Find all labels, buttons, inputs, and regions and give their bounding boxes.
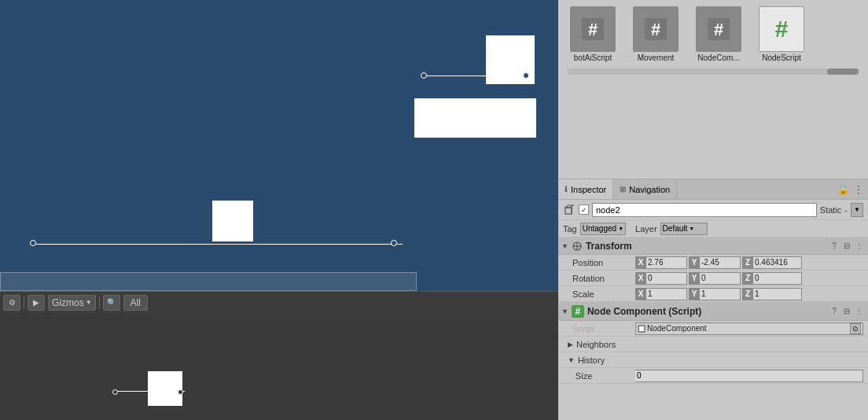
rotation-z-input[interactable] xyxy=(753,272,802,285)
scale-label: Scale xyxy=(572,289,635,299)
tab-bar: ℹ Inspector ⊞ Navigation 🔒 ⋮ xyxy=(558,179,868,200)
size-input[interactable] xyxy=(635,370,863,382)
history-label: History xyxy=(578,356,605,365)
scene-object-small xyxy=(212,201,253,241)
tab-menu-btn[interactable]: ⋮ xyxy=(852,183,865,196)
rot-x-letter: X xyxy=(635,272,646,285)
transform-menu-btn[interactable]: ⋮ xyxy=(854,241,865,252)
transform-help-btn[interactable]: ? xyxy=(829,241,840,252)
scene-view[interactable] xyxy=(0,0,558,291)
tab-inspector[interactable]: ℹ Inspector xyxy=(558,179,613,199)
neighbors-label: Neighbors xyxy=(576,340,616,349)
scale-y-field: Y xyxy=(689,288,741,300)
scene-line-top xyxy=(423,76,528,76)
nodescript-label: NodeScript xyxy=(762,53,800,62)
gizmos-label: Gizmos xyxy=(52,297,84,308)
asset-item-movement[interactable]: # Movement xyxy=(627,6,684,62)
script-value-field[interactable]: NodeComponent ⊙ xyxy=(635,322,863,335)
hash-symbol: # xyxy=(775,16,789,42)
component-settings-btn[interactable]: ⊟ xyxy=(841,306,852,317)
scene-toolbar: ⚙ ▶ Gizmos ▼ 🔍 All xyxy=(0,291,558,313)
static-dropdown-btn[interactable]: ▼ xyxy=(851,203,863,217)
script-icon xyxy=(638,325,645,333)
game-object-small xyxy=(148,371,182,406)
svg-rect-12 xyxy=(639,326,644,331)
size-label: Size xyxy=(576,371,635,381)
position-x-field: X xyxy=(635,256,687,269)
nodescript-icon: # xyxy=(759,6,804,52)
asset-scrollbar[interactable] xyxy=(568,68,859,75)
svg-text:#: # xyxy=(588,20,598,39)
tab-lock-btn[interactable]: 🔒 xyxy=(837,183,849,196)
neighbors-row[interactable]: ▶ Neighbors xyxy=(558,337,868,352)
tab-actions: 🔒 ⋮ xyxy=(837,183,868,196)
layer-select[interactable]: Default ▼ xyxy=(660,223,708,235)
layer-label: Layer xyxy=(635,224,657,234)
transform-actions: ? ⊟ ⋮ xyxy=(829,241,865,252)
game-dot-right xyxy=(178,389,183,395)
object-name-input[interactable] xyxy=(592,203,817,217)
rotation-label: Rotation xyxy=(572,274,635,283)
all-label: All xyxy=(131,297,141,308)
inspector-panel: ℹ Inspector ⊞ Navigation 🔒 ⋮ ✓ Static - xyxy=(558,179,868,420)
scene-dot-top-right xyxy=(523,72,529,79)
toolbar-search-icon[interactable]: 🔍 xyxy=(103,295,120,311)
nodecom-icon: # xyxy=(696,6,741,52)
toolbar-settings-btn[interactable]: ⚙ xyxy=(3,295,20,311)
object-row: ✓ Static - ▼ xyxy=(558,200,868,220)
scale-x-field: X xyxy=(635,288,687,300)
toolbar-all-btn[interactable]: All xyxy=(123,295,148,311)
component-title: Node Component (Script) xyxy=(587,306,826,317)
movement-label: Movement xyxy=(638,53,675,62)
asset-item-nodescript[interactable]: # NodeScript xyxy=(753,6,810,62)
game-scene-content xyxy=(0,313,558,420)
object-active-checkbox[interactable]: ✓ xyxy=(579,204,589,215)
position-z-input[interactable] xyxy=(753,256,802,269)
position-y-input[interactable] xyxy=(700,256,741,269)
script-pick-btn[interactable]: ⊙ xyxy=(850,323,861,334)
toolbar-gizmos-btn[interactable]: Gizmos ▼ xyxy=(48,295,96,311)
scale-x-input[interactable] xyxy=(646,288,687,300)
game-dot-left xyxy=(112,389,118,395)
toolbar-sep1 xyxy=(24,297,24,309)
game-view[interactable] xyxy=(0,313,558,420)
pos-y-letter: Y xyxy=(689,256,700,269)
tab-navigation[interactable]: ⊞ Navigation xyxy=(613,179,677,199)
component-section-header[interactable]: ▼ # Node Component (Script) ? ⊟ ⋮ xyxy=(558,302,868,321)
transform-settings-btn[interactable]: ⊟ xyxy=(841,241,852,252)
navigation-tab-label: Navigation xyxy=(629,185,670,194)
toolbar-camera-btn[interactable]: ▶ xyxy=(28,295,45,311)
scale-z-letter: Z xyxy=(742,288,753,300)
rotation-z-field: Z xyxy=(742,272,802,285)
scale-y-input[interactable] xyxy=(700,288,741,300)
transform-section-header[interactable]: ▼ Transform ? ⊟ ⋮ xyxy=(558,238,868,255)
botaiscript-label: botAiScript xyxy=(574,53,612,62)
component-actions: ? ⊟ ⋮ xyxy=(829,306,865,317)
asset-item-botaiscript[interactable]: # botAiScript xyxy=(565,6,621,62)
scale-z-input[interactable] xyxy=(753,288,802,300)
svg-rect-6 xyxy=(565,208,572,214)
component-menu-btn[interactable]: ⋮ xyxy=(854,306,865,317)
scene-line-horizontal xyxy=(31,244,403,245)
rotation-x-input[interactable] xyxy=(646,272,687,285)
asset-item-nodecom[interactable]: # NodeCom... xyxy=(690,6,747,62)
static-label: Static xyxy=(820,205,842,215)
history-row[interactable]: ▼ History xyxy=(558,352,868,368)
svg-text:#: # xyxy=(714,20,723,39)
viewport-area: ⚙ ▶ Gizmos ▼ 🔍 All xyxy=(0,0,558,420)
rotation-y-field: Y xyxy=(689,272,741,285)
position-xyz: X Y Z xyxy=(635,256,863,269)
position-label: Position xyxy=(572,258,635,267)
rotation-y-input[interactable] xyxy=(700,272,741,285)
asset-scrollbar-thumb[interactable] xyxy=(827,68,859,75)
position-x-input[interactable] xyxy=(646,256,687,269)
tag-select[interactable]: Untagged ▼ xyxy=(580,223,626,235)
position-z-field: Z xyxy=(742,256,802,269)
component-help-btn[interactable]: ? xyxy=(829,306,840,317)
rotation-xyz: X Y Z xyxy=(635,272,863,285)
scene-dot-top-left xyxy=(421,72,427,79)
gizmos-arrow: ▼ xyxy=(86,299,92,306)
asset-area: # botAiScript # Movement # NodeCom... # … xyxy=(558,0,868,179)
layer-value: Default xyxy=(663,224,688,233)
inspector-tab-label: Inspector xyxy=(571,185,606,194)
